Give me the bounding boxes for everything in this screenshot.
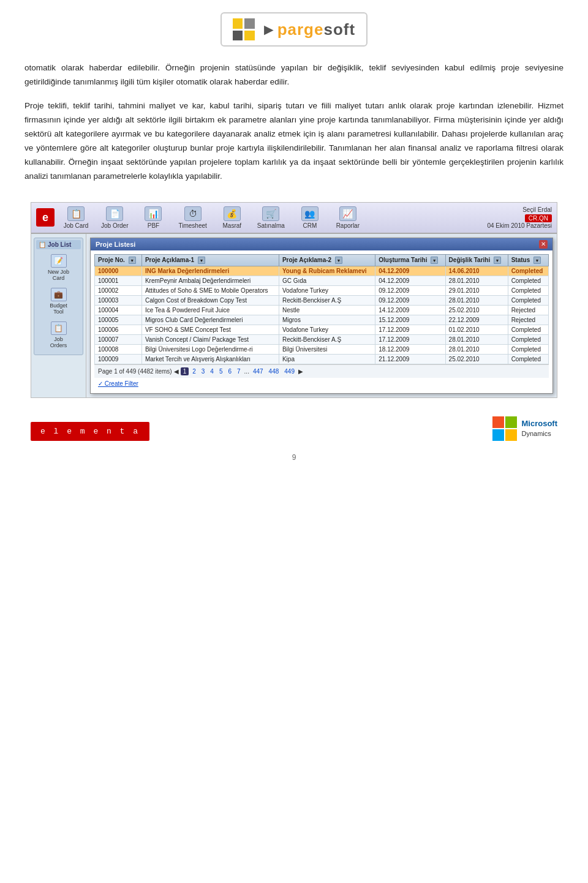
table-row[interactable]: 100002 Attitudes of Soho & SME to Mobile… [95, 285, 549, 295]
pargesoft-logo: ►pargesoft [221, 12, 368, 47]
header-logo-area: ►pargesoft [24, 12, 564, 47]
cell-desc2: Bilgi Üniversitesi [279, 344, 375, 354]
cell-created: 14.12.2009 [375, 305, 445, 315]
col-header-desc1: Proje Açıklama-1 ▼ [141, 254, 279, 266]
cell-no: 100008 [95, 344, 142, 354]
page-448[interactable]: 448 [267, 367, 281, 375]
cell-no: 100003 [95, 295, 142, 305]
cell-modified: 28.01.2010 [445, 276, 508, 285]
sidebar-item-newjobcard-label: New JobCard [48, 269, 69, 281]
table-row[interactable]: 100007 Vanish Concept / Claim/ Package T… [95, 334, 549, 344]
cell-desc1: Calgon Cost of Breakdown Copy Test [141, 295, 279, 305]
page-449[interactable]: 449 [282, 367, 296, 375]
cell-desc2: Reckitt-Benckiser A.Ş [279, 334, 375, 344]
page-447[interactable]: 447 [251, 367, 265, 375]
sidebar-item-joborders[interactable]: 📋 JobOrders [36, 319, 81, 351]
sidebar-section-joblist: 📋 Job List 📝 New JobCard 💼 BudgetTool 📋 … [34, 238, 83, 355]
crm-icon: 👥 [301, 206, 318, 221]
cell-no: 100007 [95, 334, 142, 344]
cell-desc1: Ice Tea & Powdered Fruit Juice [141, 305, 279, 315]
cell-desc1: Attitudes of Soho & SME to Mobile Operat… [141, 285, 279, 295]
toolbar-btn-satinalma[interactable]: 🛒 Satınalma [254, 205, 288, 230]
cell-desc2: Vodafone Turkey [279, 325, 375, 334]
cell-desc1: Market Tercih ve Alışveriş Alışkanlıklar… [141, 354, 279, 364]
create-filter-link[interactable]: ✓ Create Filter [94, 378, 549, 389]
toolbar-btn-crm[interactable]: 👥 CRM [293, 205, 326, 230]
col-sort-desc1[interactable]: ▼ [198, 257, 205, 264]
page-6[interactable]: 6 [226, 367, 233, 375]
page-2[interactable]: 2 [190, 367, 198, 375]
cell-desc1: ING Marka Değerlendirmeleri [141, 266, 279, 276]
table-row[interactable]: 100009 Market Tercih ve Alışveriş Alışka… [95, 354, 549, 364]
cell-desc1: Vanish Concept / Claim/ Package Test [141, 334, 279, 344]
elementa-logo: e l e m e n t a [31, 422, 149, 441]
toolbar-btn-crm-label: CRM [303, 222, 317, 229]
cell-modified: 28.01.2010 [445, 334, 508, 344]
page-4[interactable]: 4 [208, 367, 216, 375]
app-content: 📋 Job List 📝 New JobCard 💼 BudgetTool 📋 … [31, 234, 557, 397]
page-5[interactable]: 5 [217, 367, 225, 375]
pagination-next[interactable]: ▶ [298, 368, 303, 375]
table-row[interactable]: 100004 Ice Tea & Powdered Fruit Juice Ne… [95, 305, 549, 315]
col-sort-modified[interactable]: ▼ [494, 257, 501, 264]
logo-icon [233, 18, 255, 40]
table-row[interactable]: 100003 Calgon Cost of Breakdown Copy Tes… [95, 295, 549, 305]
app-screenshot: e 📋 Job Card 📄 Job Order 📊 PBF ⏱ Timeshe… [31, 202, 557, 398]
table-row[interactable]: 100006 VF SOHO & SME Concept Test Vodafo… [95, 325, 549, 334]
job-card-icon: 📋 [67, 206, 85, 221]
page-7[interactable]: 7 [235, 367, 243, 375]
cell-created: 04.12.2009 [375, 276, 445, 285]
toolbar-btn-raporlar[interactable]: 📈 Raporlar [331, 205, 364, 230]
sidebar-item-budgettool[interactable]: 💼 BudgetTool [36, 285, 81, 317]
cell-desc2: Nestle [279, 305, 375, 315]
cell-status: Completed [508, 276, 548, 285]
pagination-prev[interactable]: ◀ [174, 368, 179, 375]
cell-status: Completed [508, 344, 548, 354]
page-1[interactable]: 1 [181, 367, 189, 375]
user-name: Seçil Erdal [487, 206, 552, 213]
col-sort-status[interactable]: ▼ [533, 257, 541, 264]
new-job-card-icon: 📝 [51, 254, 67, 268]
paragraph-2: Proje teklifi, teklif tarihi, tahmini ma… [24, 99, 564, 184]
table-row[interactable]: 100008 Bilgi Üniversitesi Logo Değerlend… [95, 344, 549, 354]
cell-created: 15.12.2009 [375, 315, 445, 325]
page-3[interactable]: 3 [200, 367, 207, 375]
toolbar-btn-joborder[interactable]: 📄 Job Order [97, 205, 132, 230]
toolbar-btn-timesheet-label: Timesheet [178, 222, 206, 229]
cell-no: 100000 [95, 266, 142, 276]
app-logo-small: e [36, 208, 55, 227]
col-sort-no[interactable]: ▼ [129, 257, 136, 264]
toolbar-btn-jobcard[interactable]: 📋 Job Card [59, 205, 92, 230]
col-sort-created[interactable]: ▼ [431, 257, 438, 264]
sidebar: 📋 Job List 📝 New JobCard 💼 BudgetTool 📋 … [31, 234, 86, 397]
cell-status: Completed [508, 266, 548, 276]
table-row[interactable]: 100001 KremPeynir Ambalaj Değerlendirmel… [95, 276, 549, 285]
col-sort-desc2[interactable]: ▼ [335, 257, 342, 264]
cell-desc2: Vodafone Turkey [279, 285, 375, 295]
cell-status: Completed [508, 334, 548, 344]
table-row[interactable]: 100005 Migros Club Card Değerlendirmeler… [95, 315, 549, 325]
timesheet-icon: ⏱ [184, 206, 202, 221]
toolbar-btn-masraf[interactable]: 💰 Masraf [216, 205, 249, 230]
cell-no: 100006 [95, 325, 142, 334]
toolbar-btn-timesheet[interactable]: ⏱ Timesheet [175, 205, 210, 230]
col-header-desc2: Proje Açıklama-2 ▼ [279, 254, 375, 266]
masraf-icon: 💰 [224, 206, 241, 221]
cell-status: Completed [508, 285, 548, 295]
cell-desc2: Kipa [279, 354, 375, 364]
cell-modified: 01.02.2010 [445, 325, 508, 334]
cell-desc2: GC Gıda [279, 276, 375, 285]
ms-dynamics: Dynamics [522, 429, 558, 438]
col-header-created: Oluşturma Tarihi ▼ [375, 254, 445, 266]
cell-desc1: Migros Club Card Değerlendirmeleri [141, 315, 279, 325]
sidebar-item-newjobcard[interactable]: 📝 New JobCard [36, 252, 81, 284]
toolbar-btn-pbf[interactable]: 📊 PBF [137, 205, 170, 230]
raporlar-icon: 📈 [339, 206, 356, 221]
dialog-close-button[interactable]: ✕ [539, 240, 548, 249]
table-row[interactable]: 100000 ING Marka Değerlendirmeleri Young… [95, 266, 549, 276]
page-ellipsis: ... [244, 368, 249, 375]
cell-created: 04.12.2009 [375, 266, 445, 276]
dialog-titlebar: Proje Listesi ✕ [91, 238, 552, 250]
toolbar-btn-satinalma-label: Satınalma [257, 222, 285, 229]
cell-modified: 25.02.2010 [445, 305, 508, 315]
